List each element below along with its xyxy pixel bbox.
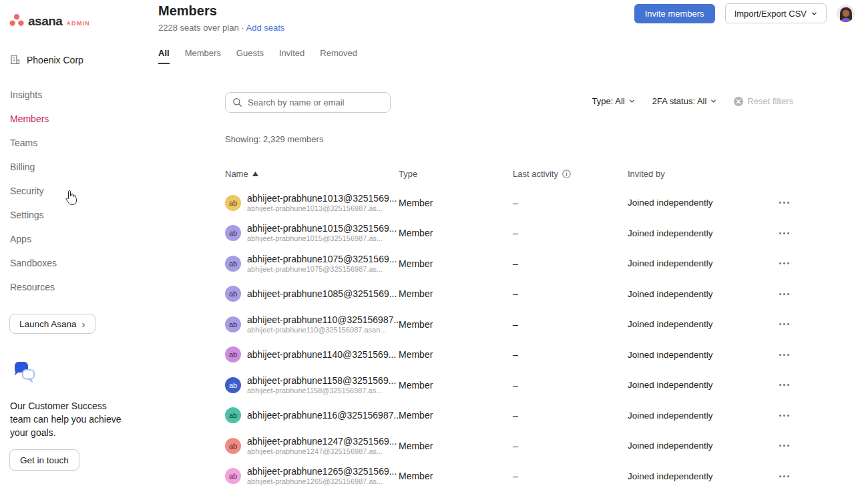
sidebar-item-resources[interactable]: Resources <box>0 275 158 299</box>
member-last-activity: – <box>513 288 628 299</box>
row-options-button[interactable] <box>767 415 793 417</box>
member-invited-by: Joined independently <box>628 319 767 329</box>
member-avatar: ab <box>225 438 241 454</box>
member-last-activity: – <box>513 410 628 421</box>
filter-bar: Type: All 2FA status: All Reset filters <box>592 96 793 106</box>
sidebar-item-insights[interactable]: Insights <box>0 83 158 107</box>
row-options-button[interactable] <box>767 354 793 356</box>
member-invited-by: Joined independently <box>628 350 767 360</box>
member-name: abhijeet-prabhune1015@3251569... <box>247 223 397 234</box>
member-name: abhijeet-prabhune1085@3251569... <box>247 288 397 299</box>
table-row: ab abhijeet-prabhune1140@3251569... Memb… <box>225 340 793 371</box>
table-row: ab abhijeet-prabhune1013@3251569... abhi… <box>225 188 793 218</box>
asana-logo-icon <box>9 13 24 27</box>
seats-over-plan-text: 2228 seats over plan <box>158 23 239 33</box>
member-last-activity: – <box>513 228 628 238</box>
sidebar-item-teams[interactable]: Teams <box>0 131 158 155</box>
member-last-activity: – <box>513 471 628 481</box>
add-seats-link[interactable]: Add seats <box>246 23 285 33</box>
member-invited-by: Joined independently <box>628 289 767 299</box>
member-invited-by: Joined independently <box>628 441 767 451</box>
table-row: ab abhijeet-prabhune116@325156987... Mem… <box>225 401 793 431</box>
info-icon <box>562 170 571 178</box>
sidebar-item-sandboxes[interactable]: Sandboxes <box>0 251 158 275</box>
sidebar-item-settings[interactable]: Settings <box>0 203 158 227</box>
member-name-cell: ab abhijeet-prabhune116@325156987... <box>225 407 399 423</box>
dot-separator: · <box>239 23 246 33</box>
row-options-button[interactable] <box>767 323 793 325</box>
sidebar-item-apps[interactable]: Apps <box>0 227 158 251</box>
tab-all[interactable]: All <box>158 48 170 64</box>
tab-members[interactable]: Members <box>185 48 221 64</box>
member-name: abhijeet-prabhune1013@3251569... <box>247 193 397 204</box>
invite-members-button[interactable]: Invite members <box>634 4 715 23</box>
row-options-button[interactable] <box>767 232 793 234</box>
member-email: abhijeet-prabhune1265@325156987.as... <box>247 477 397 486</box>
chevron-down-icon <box>811 11 817 17</box>
launch-asana-label: Launch Asana <box>19 319 77 329</box>
member-invited-by: Joined independently <box>628 380 767 390</box>
member-avatar: ab <box>225 256 241 272</box>
toolbar: Type: All 2FA status: All Reset filters <box>225 92 793 113</box>
sidebar-item-security[interactable]: Security <box>0 179 158 203</box>
member-type: Member <box>399 319 513 330</box>
member-name: abhijeet-prabhune1247@3251569... <box>247 436 397 447</box>
workspace-switcher[interactable]: Phoenix Corp <box>9 54 83 65</box>
user-avatar[interactable] <box>837 5 855 23</box>
tab-removed[interactable]: Removed <box>320 48 357 64</box>
row-options-button[interactable] <box>767 293 793 295</box>
member-avatar: ab <box>225 316 241 332</box>
chevron-right-icon: › <box>82 319 85 329</box>
row-options-button[interactable] <box>767 262 793 264</box>
column-header-type: Type <box>399 169 513 179</box>
table-row: ab abhijeet-prabhune1015@3251569... abhi… <box>225 218 793 249</box>
table-header: Name Type Last activity Invited by <box>225 167 793 180</box>
member-name-cell: ab abhijeet-prabhune1085@3251569... <box>225 286 399 302</box>
member-avatar: ab <box>225 225 241 241</box>
member-last-activity: – <box>513 380 628 391</box>
member-name-stack: abhijeet-prabhune1085@3251569... <box>247 288 397 299</box>
row-options-button[interactable] <box>767 202 793 204</box>
reset-filters-label: Reset filters <box>747 96 793 106</box>
import-export-csv-button[interactable]: Import/Export CSV <box>725 3 827 23</box>
member-avatar: ab <box>225 346 241 362</box>
column-header-last-activity: Last activity <box>513 169 628 179</box>
sidebar-item-billing[interactable]: Billing <box>0 155 158 179</box>
members-table: Name Type Last activity Invited by <box>225 167 793 486</box>
member-last-activity: – <box>513 441 628 451</box>
table-row: ab abhijeet-prabhune1158@3251569... abhi… <box>225 370 793 401</box>
tab-guests[interactable]: Guests <box>236 48 264 64</box>
member-type: Member <box>399 258 513 269</box>
row-options-button[interactable] <box>767 475 793 477</box>
2fa-filter-label: 2FA status: All <box>652 96 707 106</box>
member-avatar: ab <box>225 407 241 423</box>
member-search[interactable] <box>225 92 391 113</box>
tab-invited[interactable]: Invited <box>279 48 304 64</box>
search-input[interactable] <box>248 97 383 107</box>
member-name-stack: abhijeet-prabhune1140@3251569... <box>247 349 396 360</box>
member-avatar: ab <box>225 195 241 211</box>
type-filter[interactable]: Type: All <box>592 96 635 106</box>
get-in-touch-button[interactable]: Get in touch <box>9 449 79 471</box>
member-tabs: AllMembersGuestsInvitedRemoved <box>158 48 357 64</box>
member-name-stack: abhijeet-prabhune1158@3251569... abhijee… <box>247 375 396 395</box>
main-panel: Members 2228 seats over plan · Add seats… <box>158 0 868 486</box>
member-last-activity: – <box>513 258 628 269</box>
organization-icon <box>9 54 21 65</box>
type-filter-label: Type: All <box>592 96 625 106</box>
member-last-activity: – <box>513 319 628 330</box>
sidebar-item-members[interactable]: Members <box>0 107 158 131</box>
2fa-status-filter[interactable]: 2FA status: All <box>652 96 717 106</box>
row-options-button[interactable] <box>767 445 793 447</box>
workspace-name: Phoenix Corp <box>27 55 83 65</box>
column-header-name[interactable]: Name <box>225 169 399 179</box>
chevron-down-icon <box>710 98 716 104</box>
row-options-button[interactable] <box>767 384 793 386</box>
chat-bubbles-icon <box>11 362 39 389</box>
table-row: ab abhijeet-prabhune1265@3251569... abhi… <box>225 461 793 486</box>
member-type: Member <box>399 441 513 451</box>
member-type: Member <box>399 380 513 391</box>
member-name-cell: ab abhijeet-prabhune1075@3251569... abhi… <box>225 254 399 274</box>
reset-filters-button[interactable]: Reset filters <box>734 96 793 106</box>
launch-asana-button[interactable]: Launch Asana › <box>9 314 95 334</box>
